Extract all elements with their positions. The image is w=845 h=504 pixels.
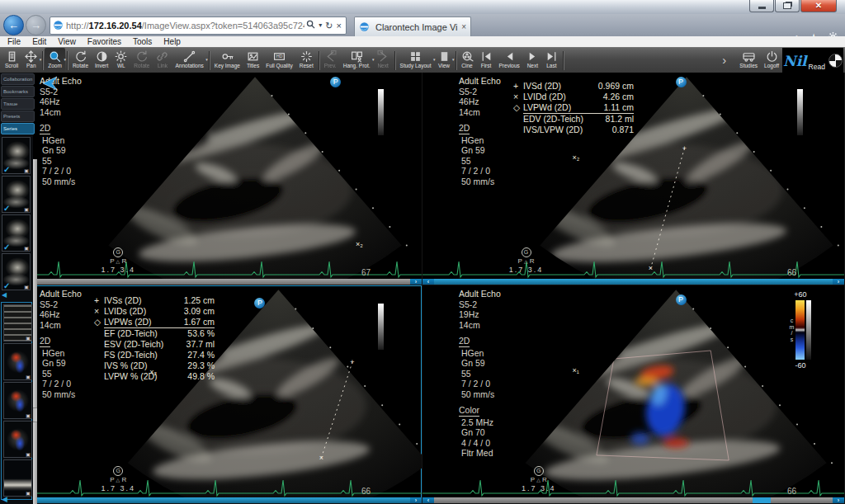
url-input[interactable]: http://172.16.20.54/ImageView.aspx?token… <box>50 16 347 35</box>
series-thumbnail[interactable]: ▣ <box>3 459 32 497</box>
tab-close-icon[interactable]: × <box>461 22 466 31</box>
sidebar-tab-collaboration[interactable]: Collaboration <box>1 73 35 85</box>
toolbar-button-titles[interactable]: Titles <box>243 48 262 73</box>
cine-scrollbar[interactable]: ‹› <box>422 497 844 503</box>
zoom-icon <box>49 49 61 63</box>
series-thumbnail[interactable]: ▣ <box>3 304 32 341</box>
heart-rate-value: 66 <box>361 487 371 496</box>
search-icon[interactable] <box>304 18 317 33</box>
menu-item-view[interactable]: View <box>52 37 82 46</box>
toolbar-button-full-quality[interactable]: HDFull Quality <box>262 48 296 73</box>
toolbar-button-first[interactable]: First <box>477 48 496 73</box>
restore-button[interactable] <box>775 0 800 12</box>
cine-progress-track[interactable] <box>434 279 833 285</box>
toolbar-button-cine[interactable]: Cine <box>458 48 477 73</box>
physio-indicator: GP △ R1.7 3.4 <box>101 466 135 492</box>
cine-step-forward-button[interactable]: › <box>833 279 844 285</box>
refresh-icon[interactable]: ↻ <box>323 18 334 33</box>
menu-item-edit[interactable]: Edit <box>26 37 52 46</box>
browser-tab[interactable]: Clarontech Image Vi... × <box>354 16 471 36</box>
cine-step-forward-button[interactable]: › <box>833 497 844 503</box>
series-thumbnail[interactable]: ▣ <box>3 343 32 380</box>
menu-item-file[interactable]: File <box>2 37 26 46</box>
cine-step-forward-button[interactable]: › <box>410 279 422 285</box>
back-button[interactable]: ← <box>3 15 24 35</box>
sidebar-scrollbar[interactable] <box>33 159 37 504</box>
cine-step-back-button[interactable]: ‹ <box>422 279 434 285</box>
toolbar-button-wl[interactable]: WL <box>111 48 130 73</box>
close-icon: ✕ <box>815 1 822 11</box>
dropdown-caret-icon[interactable]: ▾ <box>452 57 455 62</box>
toolbar-button-key-image[interactable]: Key Image <box>211 48 243 73</box>
annotation-marker: ×₁ <box>572 366 578 374</box>
cine-step-back-button[interactable]: ‹ <box>422 497 434 503</box>
collapse-left-icon[interactable]: ◀ <box>2 291 7 299</box>
close-button[interactable]: ✕ <box>800 0 837 12</box>
measurement-marker: ◇ <box>94 317 103 327</box>
toolbar-button-label: Key Image <box>215 63 240 68</box>
info-line: 7 / 2 / 0 <box>459 166 501 177</box>
series-thumbnail[interactable]: ✓▣ <box>2 214 31 252</box>
cine-position-thumb[interactable] <box>753 497 771 503</box>
toolbar-button-logoff[interactable]: Logoff <box>761 48 782 73</box>
toolbar-button-annotations[interactable]: Annotations▾ <box>172 48 206 73</box>
toolbar-button-study-layout[interactable]: Study Layout▾ <box>397 48 435 73</box>
sidebar-tab-presets[interactable]: Presets <box>1 111 35 122</box>
viewport-bottom-right[interactable]: Adult EchoS5-219Hz14cm2DHGenGn 59557 / 2… <box>422 285 845 504</box>
toolbar-button-zoom[interactable]: Zoom▾ <box>45 48 65 73</box>
physio-indicator: GP △ R1.7 3.4 <box>522 466 556 492</box>
address-bar: ← → http://172.16.20.54/ImageView.aspx?t… <box>0 14 845 36</box>
scrollbar-grip[interactable] <box>33 407 37 422</box>
dropdown-caret-icon[interactable]: ▾ <box>40 57 42 62</box>
series-thumbnail[interactable]: ✓▣ <box>2 137 31 174</box>
toolbar-button-studies[interactable]: Studies <box>736 48 761 73</box>
cine-step-forward-button[interactable]: › <box>410 497 422 503</box>
cine-progress-track[interactable] <box>33 279 410 285</box>
viewport-bottom-left[interactable]: +×Adult EchoS5-246Hz14cm2DHGenGn 59557 /… <box>33 285 422 504</box>
viewport-top-left[interactable]: Adult EchoS5-246Hz14cm2DHGenGn 59557 / 2… <box>33 73 422 285</box>
toolbar-button-last[interactable]: Last <box>542 48 561 73</box>
menu-item-favorites[interactable]: Favorites <box>82 37 127 46</box>
measurement-value: 81.2 ml <box>596 114 634 125</box>
toolbar-button-scroll[interactable]: Scroll <box>2 48 21 73</box>
search-dropdown-icon[interactable]: ▾ <box>317 18 323 33</box>
dropdown-caret-icon[interactable]: ▾ <box>64 57 66 62</box>
toolbar-button-rotate[interactable]: Rotate <box>69 48 92 73</box>
cine-scrollbar[interactable]: › <box>33 497 422 503</box>
toolbar-button-reset[interactable]: Reset <box>296 48 317 73</box>
series-thumbnail[interactable]: ▣ <box>3 421 32 458</box>
cine-scrollbar[interactable]: ‹› <box>422 279 844 285</box>
series-thumbnail[interactable]: ✓▣ <box>2 253 31 290</box>
collapse-left-icon[interactable]: ◀ <box>2 495 7 503</box>
sidebar-tab-tissue[interactable]: Tissue <box>1 98 35 110</box>
series-thumbnail[interactable]: ▣ <box>3 382 32 419</box>
title-bar[interactable]: ✕ <box>0 0 845 15</box>
toolbar-button-label: Rotate <box>134 63 149 68</box>
heart-rate-value: 66 <box>787 487 796 496</box>
sidebar-tab-series[interactable]: Series <box>1 123 35 134</box>
sidebar-tab-bookmarks[interactable]: Bookmarks <box>1 86 35 97</box>
toolbar-button-view[interactable]: View▾ <box>435 48 454 73</box>
cine-scrollbar[interactable]: › <box>33 279 422 285</box>
menu-item-help[interactable]: Help <box>158 37 186 46</box>
forward-button[interactable]: → <box>26 15 46 35</box>
ultrasound-image[interactable] <box>33 73 422 285</box>
mode-label-text: 2D <box>459 123 470 134</box>
cine-progress-track[interactable] <box>33 497 410 503</box>
minimize-button[interactable] <box>749 0 774 12</box>
cine-progress-track[interactable] <box>434 497 833 503</box>
toolbar-button-invert[interactable]: Invert <box>92 48 111 73</box>
toolbar-button-previous[interactable]: Previous <box>496 48 523 73</box>
toolbar-button-next[interactable]: Next <box>523 48 542 73</box>
toolbar-button-hang-prot[interactable]: Hang. Prot.▾ <box>340 48 374 73</box>
dropdown-caret-icon[interactable]: ▾ <box>205 57 208 62</box>
toolbar-button-pan[interactable]: Pan▾ <box>21 48 40 73</box>
measurement-marker: × <box>513 92 522 102</box>
wl-icon <box>115 49 127 63</box>
toolbar-overflow-icon[interactable]: › <box>722 53 726 67</box>
viewport-top-right[interactable]: +×Adult EchoS5-246Hz14cm2DHGenGn 59557 /… <box>422 73 845 285</box>
stop-icon[interactable]: × <box>335 18 343 33</box>
menu-item-tools[interactable]: Tools <box>127 37 158 46</box>
series-thumbnail[interactable]: ✓▣ <box>2 176 31 213</box>
ultrasound-image[interactable]: +× <box>33 285 422 504</box>
